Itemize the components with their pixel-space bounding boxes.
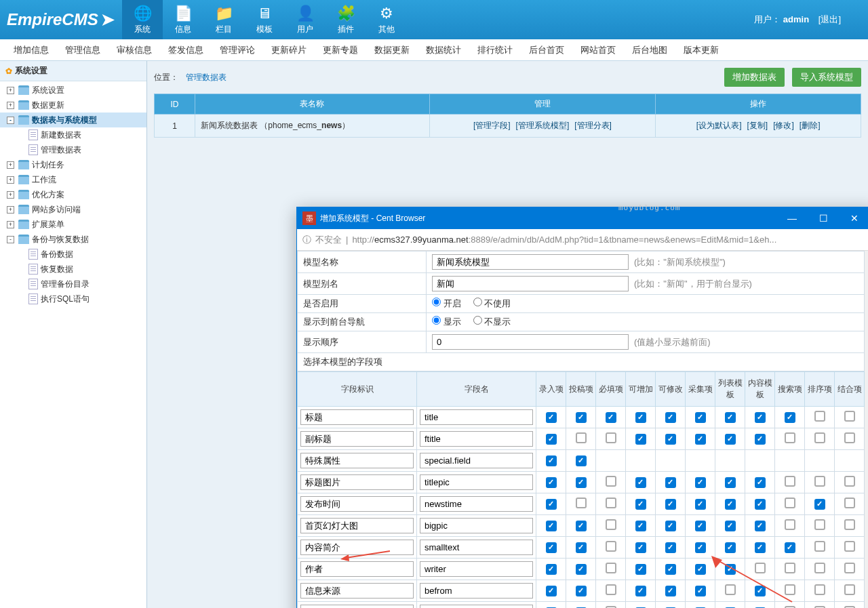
checkbox[interactable] [606, 498, 616, 508]
checkbox[interactable] [546, 542, 557, 553]
manage-link[interactable]: [管理字段] [473, 121, 511, 130]
checkbox[interactable] [755, 521, 766, 531]
submenu-管理评论[interactable]: 管理评论 [220, 44, 255, 56]
field-name-input[interactable] [420, 453, 533, 468]
checkbox[interactable] [665, 564, 676, 575]
field-id-input[interactable] [300, 583, 414, 599]
submenu-数据更新[interactable]: 数据更新 [374, 44, 410, 56]
model-name-input[interactable] [432, 254, 629, 270]
field-id-input[interactable] [300, 409, 414, 425]
manage-link[interactable]: [管理分表] [574, 121, 612, 130]
checkbox[interactable] [665, 412, 676, 423]
op-link[interactable]: [设为默认表] [696, 121, 742, 130]
checkbox[interactable] [785, 563, 795, 573]
checkbox[interactable] [695, 542, 706, 553]
field-id-input[interactable] [300, 496, 414, 512]
shownav-off-radio[interactable]: 不显示 [473, 317, 511, 327]
maximize-icon[interactable]: ☐ [808, 207, 839, 229]
field-name-input[interactable] [420, 474, 533, 490]
checkbox[interactable] [814, 541, 825, 552]
checkbox[interactable] [635, 586, 646, 596]
checkbox[interactable] [814, 432, 825, 443]
checkbox[interactable] [814, 476, 825, 487]
checkbox[interactable] [725, 434, 736, 445]
tree-备份数据[interactable]: 备份数据 [0, 247, 146, 262]
checkbox[interactable] [665, 586, 676, 596]
checkbox[interactable] [725, 521, 736, 531]
manage-link[interactable]: [管理系统模型] [516, 121, 570, 130]
checkbox[interactable] [755, 412, 766, 423]
checkbox[interactable] [785, 412, 795, 423]
tree-数据更新[interactable]: +数据更新 [0, 98, 146, 113]
checkbox[interactable] [695, 434, 706, 445]
toggle-icon[interactable]: - [7, 236, 14, 243]
checkbox[interactable] [635, 499, 646, 510]
checkbox[interactable] [755, 563, 766, 573]
field-name-input[interactable] [420, 409, 533, 425]
checkbox[interactable] [785, 476, 795, 487]
tree-新建数据表[interactable]: 新建数据表 [0, 127, 146, 142]
checkbox[interactable] [785, 432, 795, 443]
field-id-input[interactable] [300, 605, 414, 608]
checkbox[interactable] [814, 563, 825, 573]
checkbox[interactable] [606, 584, 616, 595]
toggle-icon[interactable]: + [7, 176, 14, 184]
field-id-input[interactable] [300, 561, 414, 577]
menu-系统[interactable]: 🌐系统 [122, 0, 163, 39]
minimize-icon[interactable]: — [776, 207, 808, 229]
checkbox[interactable] [814, 519, 825, 530]
tree-计划任务[interactable]: +计划任务 [0, 157, 146, 172]
checkbox[interactable] [576, 412, 587, 423]
checkbox[interactable] [725, 477, 736, 488]
checkbox[interactable] [814, 584, 825, 595]
tree-执行SQL语句[interactable]: 执行SQL语句 [0, 291, 146, 306]
checkbox[interactable] [725, 584, 736, 595]
menu-插件[interactable]: 🧩插件 [326, 0, 366, 39]
submenu-更新专题[interactable]: 更新专题 [323, 44, 358, 56]
modal-titlebar[interactable]: 墨 增加系统模型 - Cent Browser — ☐ ✕ [297, 207, 868, 229]
checkbox[interactable] [665, 521, 676, 531]
checkbox[interactable] [844, 411, 855, 422]
checkbox[interactable] [546, 412, 557, 423]
submenu-后台首页[interactable]: 后台首页 [529, 44, 564, 56]
tree-恢复数据[interactable]: 恢复数据 [0, 262, 146, 277]
checkbox[interactable] [844, 476, 855, 487]
checkbox[interactable] [576, 498, 587, 508]
checkbox[interactable] [576, 586, 587, 596]
menu-信息[interactable]: 📄信息 [163, 0, 203, 39]
checkbox[interactable] [635, 564, 646, 575]
checkbox[interactable] [695, 564, 706, 575]
checkbox[interactable] [785, 542, 795, 553]
tree-工作流[interactable]: +工作流 [0, 172, 146, 187]
checkbox[interactable] [546, 477, 557, 488]
checkbox[interactable] [844, 432, 855, 443]
menu-其他[interactable]: ⚙其他 [366, 0, 407, 39]
op-link[interactable]: [删除] [800, 121, 821, 130]
checkbox[interactable] [844, 584, 855, 595]
field-name-input[interactable] [420, 431, 533, 447]
checkbox[interactable] [844, 541, 855, 552]
checkbox[interactable] [546, 564, 557, 575]
checkbox[interactable] [635, 521, 646, 531]
tree-网站多访问端[interactable]: +网站多访问端 [0, 202, 146, 217]
checkbox[interactable] [635, 477, 646, 488]
checkbox[interactable] [725, 499, 736, 510]
checkbox[interactable] [546, 586, 557, 596]
submenu-后台地图[interactable]: 后台地图 [632, 44, 667, 56]
field-name-input[interactable] [420, 561, 533, 577]
tree-管理数据表[interactable]: 管理数据表 [0, 142, 146, 157]
crumb-link[interactable]: 管理数据表 [186, 73, 226, 82]
checkbox[interactable] [606, 563, 616, 573]
logout-link[interactable]: [退出] [818, 14, 841, 24]
checkbox[interactable] [844, 498, 855, 508]
checkbox[interactable] [576, 432, 587, 443]
toggle-icon[interactable]: + [7, 102, 14, 109]
checkbox[interactable] [844, 519, 855, 530]
shownav-on-radio[interactable]: 显示 [432, 317, 461, 327]
submenu-网站首页[interactable]: 网站首页 [580, 44, 616, 56]
menu-用户[interactable]: 👤用户 [285, 0, 326, 39]
checkbox[interactable] [844, 563, 855, 573]
close-icon[interactable]: ✕ [839, 207, 868, 229]
checkbox[interactable] [725, 542, 736, 553]
toggle-icon[interactable]: + [7, 206, 14, 214]
